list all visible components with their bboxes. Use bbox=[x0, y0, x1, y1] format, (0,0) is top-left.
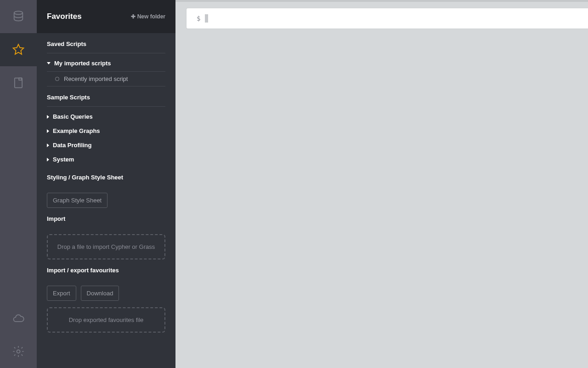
gear-icon bbox=[12, 345, 25, 358]
saved-scripts-tree: My imported scripts Recently imported sc… bbox=[37, 53, 175, 86]
chevron-right-icon bbox=[47, 144, 49, 147]
chevron-right-icon bbox=[47, 115, 49, 119]
rail-documents[interactable] bbox=[0, 66, 37, 99]
graph-style-sheet-button[interactable]: Graph Style Sheet bbox=[47, 193, 107, 208]
chevron-down-icon bbox=[47, 62, 51, 64]
new-folder-button[interactable]: ✚ New folder bbox=[131, 13, 165, 20]
import-section: Import bbox=[37, 208, 175, 228]
saved-scripts-title: Saved Scripts bbox=[47, 40, 165, 53]
rail-database[interactable] bbox=[0, 0, 37, 33]
saved-scripts-section: Saved Scripts bbox=[37, 33, 175, 53]
rail-settings[interactable] bbox=[0, 335, 37, 368]
folder-my-imported-scripts[interactable]: My imported scripts bbox=[47, 56, 165, 72]
favourites-drop-text: Drop exported favourites file bbox=[69, 316, 144, 323]
prompt-symbol: $ bbox=[197, 15, 200, 22]
plus-icon: ✚ bbox=[131, 13, 136, 20]
sample-scripts-title: Sample Scripts bbox=[47, 94, 165, 107]
styling-title: Styling / Graph Style Sheet bbox=[47, 174, 165, 186]
download-button[interactable]: Download bbox=[81, 286, 119, 301]
main-area: $ bbox=[175, 0, 588, 368]
import-drop-text: Drop a file to import Cypher or Grass bbox=[57, 243, 155, 250]
rail-cloud[interactable] bbox=[0, 302, 37, 335]
new-folder-label: New folder bbox=[137, 13, 165, 20]
folder-label: Basic Queries bbox=[53, 113, 93, 120]
styling-section: Styling / Graph Style Sheet bbox=[37, 167, 175, 186]
database-icon bbox=[12, 10, 25, 23]
query-editor[interactable]: $ bbox=[187, 8, 588, 29]
text-cursor bbox=[205, 14, 208, 23]
chevron-right-icon bbox=[47, 158, 49, 161]
folder-label: System bbox=[53, 156, 74, 163]
document-icon bbox=[12, 76, 25, 89]
import-title: Import bbox=[47, 215, 165, 228]
import-export-title: Import / export favourites bbox=[47, 267, 165, 279]
panel-title: Favorites bbox=[47, 12, 82, 21]
folder-example-graphs[interactable]: Example Graphs bbox=[47, 124, 165, 138]
sample-scripts-section: Sample Scripts bbox=[37, 86, 175, 107]
folder-data-profiling[interactable]: Data Profiling bbox=[47, 138, 165, 152]
svg-point-3 bbox=[17, 350, 20, 353]
folder-basic-queries[interactable]: Basic Queries bbox=[47, 109, 165, 124]
svg-rect-1 bbox=[15, 78, 22, 88]
topbar-divider bbox=[175, 0, 588, 2]
export-button[interactable]: Export bbox=[47, 286, 76, 301]
favourites-dropzone[interactable]: Drop exported favourites file bbox=[47, 307, 165, 333]
script-label: Recently imported script bbox=[64, 75, 128, 82]
favorites-panel: Favorites ✚ New folder Saved Scripts My … bbox=[37, 0, 175, 368]
import-export-section: Import / export favourites bbox=[37, 259, 175, 279]
folder-label: Data Profiling bbox=[53, 142, 92, 149]
rail-favorites[interactable] bbox=[0, 33, 37, 66]
sample-scripts-tree: Basic Queries Example Graphs Data Profil… bbox=[37, 107, 175, 167]
nav-rail bbox=[0, 0, 37, 368]
circle-icon bbox=[55, 77, 59, 81]
svg-rect-2 bbox=[19, 78, 22, 80]
folder-system[interactable]: System bbox=[47, 152, 165, 167]
svg-point-0 bbox=[14, 11, 23, 14]
script-recently-imported[interactable]: Recently imported script bbox=[47, 72, 165, 86]
star-icon bbox=[12, 43, 25, 56]
import-dropzone[interactable]: Drop a file to import Cypher or Grass bbox=[47, 234, 165, 259]
folder-label: Example Graphs bbox=[53, 127, 100, 134]
chevron-right-icon bbox=[47, 129, 49, 133]
cloud-icon bbox=[12, 312, 25, 325]
panel-header: Favorites ✚ New folder bbox=[37, 0, 175, 33]
folder-label: My imported scripts bbox=[54, 60, 111, 67]
